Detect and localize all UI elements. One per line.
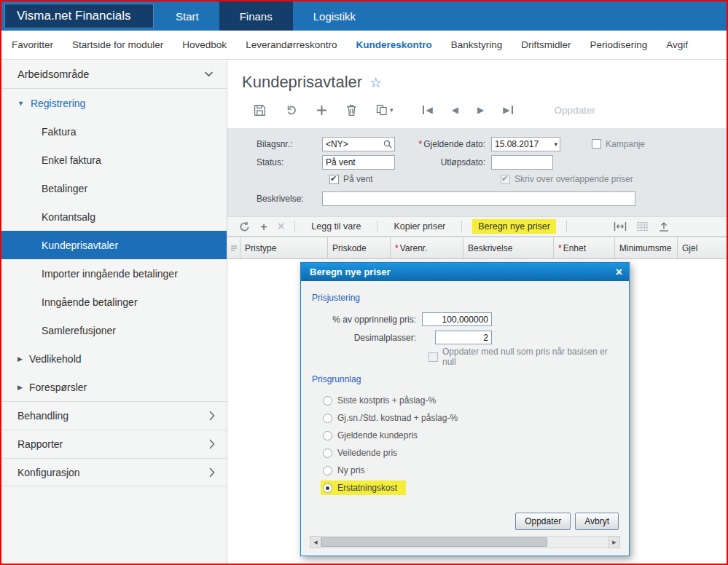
module-item-hovedbok[interactable]: Hovedbok xyxy=(182,39,227,50)
sidebar-group-registrering[interactable]: ▼ Registrering xyxy=(1,89,227,117)
tab-finans[interactable]: Finans xyxy=(219,1,293,31)
sidebar-item-kundeprisavtaler[interactable]: Kundeprisavtaler xyxy=(1,231,227,259)
null-price-checkbox-group[interactable]: Oppdater med null som pris når basisen e… xyxy=(428,349,620,364)
nav-previous-button[interactable]: ◀ xyxy=(452,106,458,114)
null-price-label: Oppdater med null som pris når basisen e… xyxy=(442,347,620,367)
sidebar-item-faktura[interactable]: Faktura xyxy=(1,117,227,146)
sidebar-item-kontantsalg[interactable]: Kontantsalg xyxy=(1,202,227,231)
sidebar-section-rapporter[interactable]: Rapporter xyxy=(1,430,227,458)
skriv-over-checkbox[interactable] xyxy=(501,175,510,184)
radio-icon[interactable] xyxy=(323,396,332,406)
nav-first-button[interactable]: ◀ xyxy=(423,106,433,114)
radio-gjeldende-kundepris[interactable]: Gjeldende kundepris xyxy=(323,427,620,444)
form-row-3: På vent Skriv over overlappende priser xyxy=(227,171,727,187)
radio-erstatningskost[interactable]: Erstatningskost xyxy=(323,479,620,497)
gjeldende-dato-label: *Gjeldende dato: xyxy=(395,139,491,149)
scroll-right-button[interactable]: ▶ xyxy=(608,536,620,548)
grid-delete-row-button[interactable]: × xyxy=(278,220,284,233)
add-record-button[interactable] xyxy=(316,105,327,116)
pct-input[interactable] xyxy=(422,312,492,326)
row-selector-column-header[interactable] xyxy=(227,237,240,258)
export-to-excel-button[interactable] xyxy=(637,221,648,232)
column-header-pristype[interactable]: Pristype xyxy=(240,237,328,258)
beskrivelse-field[interactable] xyxy=(322,191,635,206)
scrollbar-thumb[interactable] xyxy=(321,537,547,547)
column-header-enhet[interactable]: * Enhet xyxy=(554,237,615,258)
upload-file-button[interactable] xyxy=(658,221,670,232)
sidebar-item-inngaende-betalinger[interactable]: Inngående betalinger xyxy=(1,288,227,316)
module-item-avgift[interactable]: Avgif xyxy=(666,39,688,50)
horizontal-scrollbar[interactable]: ◀ ▶ xyxy=(310,536,620,548)
column-header-gjeldende[interactable]: Gjel xyxy=(678,237,727,258)
clipboard-button[interactable]: ▾ xyxy=(376,104,394,116)
scroll-left-button[interactable]: ◀ xyxy=(310,536,321,548)
nav-last-button[interactable]: ▶ xyxy=(503,106,513,114)
radio-icon[interactable] xyxy=(323,431,332,440)
dialog-titlebar[interactable]: Beregn nye priser × xyxy=(301,263,629,281)
decimals-input[interactable] xyxy=(435,331,492,344)
bilagsnr-field[interactable]: <NY> xyxy=(322,137,395,151)
sidebar-item-importer-inngaende-betalinger[interactable]: Importer inngående betalinger xyxy=(1,259,227,288)
undo-button[interactable] xyxy=(285,104,297,116)
add-item-button[interactable]: Legg til vare xyxy=(305,219,367,234)
radio-ny-pris[interactable]: Ny pris xyxy=(323,462,620,479)
column-header-minimumsmengde[interactable]: Minimumsme xyxy=(615,237,678,258)
module-item-kundereskontro[interactable]: Kundereskontro xyxy=(356,39,431,50)
column-header-beskrivelse[interactable]: Beskrivelse xyxy=(463,237,554,258)
radio-icon[interactable] xyxy=(323,483,332,493)
calculate-new-prices-button[interactable]: Beregn nye priser xyxy=(472,219,556,234)
nav-next-button[interactable]: ▶ xyxy=(477,106,484,114)
app-brand[interactable]: Visma.net Financials xyxy=(4,4,154,28)
dialog-cancel-button[interactable]: Avbryt xyxy=(575,513,619,530)
sidebar-group-vedlikehold[interactable]: ▶ Vedlikehold xyxy=(1,344,227,373)
sidebar-item-enkel-faktura[interactable]: Enkel faktura xyxy=(1,146,227,174)
skriv-over-checkbox-group[interactable]: Skriv over overlappende priser xyxy=(501,174,633,184)
tab-logistikk[interactable]: Logistikk xyxy=(293,1,376,31)
search-icon[interactable] xyxy=(383,140,392,149)
kampanje-checkbox[interactable] xyxy=(592,139,601,149)
module-item-leverandorreskontro[interactable]: Leverandørreskontro xyxy=(246,39,337,50)
section-label: Rapporter xyxy=(17,438,63,450)
column-header-varenr[interactable]: * Varenr. xyxy=(391,237,463,258)
gjeldende-dato-field[interactable]: 15.08.2017 ▾ xyxy=(491,137,560,151)
column-header-priskode[interactable]: Priskode xyxy=(328,237,391,258)
radio-veiledende-pris[interactable]: Veiledende pris xyxy=(323,444,620,462)
status-field[interactable] xyxy=(322,155,395,170)
radio-icon[interactable] xyxy=(323,466,332,475)
required-marker: * xyxy=(395,243,399,253)
utlopsdato-field[interactable] xyxy=(491,155,553,170)
radio-siste-kostpris[interactable]: Siste kostpris + påslag-% xyxy=(323,392,620,409)
sidebar-item-samlerefusjoner[interactable]: Samlerefusjoner xyxy=(1,316,227,344)
sidebar-workspace-header[interactable]: Arbeidsområde xyxy=(1,60,227,89)
tab-start[interactable]: Start xyxy=(155,1,219,31)
chevron-down-icon[interactable]: ▾ xyxy=(554,141,557,148)
module-item-bankstyring[interactable]: Bankstyring xyxy=(451,39,503,50)
pa-vent-checkbox[interactable] xyxy=(329,175,339,184)
close-icon[interactable]: × xyxy=(616,266,622,278)
highlighted-option[interactable]: Erstatningskost xyxy=(321,481,406,495)
delete-record-button[interactable] xyxy=(346,104,357,116)
radio-icon[interactable] xyxy=(323,414,332,423)
sidebar-group-foresporsler[interactable]: ▶ Forespørsler xyxy=(1,373,227,401)
fit-width-button[interactable] xyxy=(614,221,627,232)
pa-vent-checkbox-group[interactable]: På vent xyxy=(329,174,373,184)
module-item-periodisering[interactable]: Periodisering xyxy=(590,39,648,50)
save-button[interactable] xyxy=(254,104,266,116)
scrollbar-track[interactable] xyxy=(321,536,608,548)
update-action-disabled[interactable]: Oppdater xyxy=(554,105,595,116)
copy-icon xyxy=(376,104,388,116)
radio-icon[interactable] xyxy=(323,449,332,458)
module-item-startside[interactable]: Startside for moduler xyxy=(72,39,163,50)
sidebar-section-konfigurasjon[interactable]: Konfigurasjon xyxy=(1,458,227,486)
dialog-update-button[interactable]: Oppdater xyxy=(515,513,571,530)
copy-prices-button[interactable]: Kopier priser xyxy=(388,219,451,234)
grid-add-row-button[interactable]: + xyxy=(260,221,267,233)
sidebar-item-betalinger[interactable]: Betalinger xyxy=(1,174,227,202)
refresh-button[interactable] xyxy=(239,221,250,232)
module-item-favoritter[interactable]: Favoritter xyxy=(12,39,53,50)
null-price-checkbox[interactable] xyxy=(428,352,438,362)
favorite-star-icon[interactable]: ☆ xyxy=(369,74,382,91)
radio-gjsn-std-kostnad[interactable]: Gj.sn./Std. kostnad + påslag-% xyxy=(323,409,620,427)
sidebar-section-behandling[interactable]: Behandling xyxy=(1,401,227,430)
module-item-driftsmidler[interactable]: Driftsmidler xyxy=(521,39,571,50)
